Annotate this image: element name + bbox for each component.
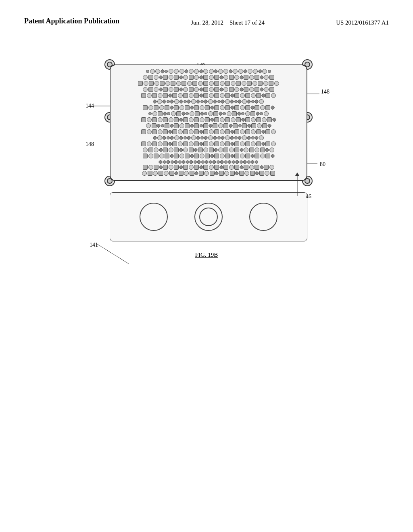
publication-date-sheet: Jun. 28, 2012 Sheet 17 of 24 — [191, 18, 265, 27]
led-grid — [113, 68, 304, 178]
publication-number: US 2012/0161377 A1 — [336, 18, 389, 27]
speaker-panel-wrapper — [110, 192, 307, 241]
speaker-panel — [110, 192, 307, 241]
svg-line-6 — [97, 244, 129, 264]
arrow-141 — [97, 244, 145, 276]
speaker-left — [140, 203, 168, 231]
speaker-center — [194, 203, 223, 231]
svg-marker-8 — [295, 172, 299, 176]
led-panel-border — [110, 64, 307, 181]
label-80: 80 — [320, 161, 325, 168]
label-148-left: 148 — [86, 141, 94, 148]
label-144: 144 — [86, 103, 94, 109]
speaker-right — [249, 203, 277, 231]
figure-wrapper: 148 144 148 148 80 — [81, 64, 332, 258]
led-panel-assembly — [110, 64, 307, 181]
publication-title: Patent Application Publication — [24, 16, 119, 26]
arrow-46 — [285, 172, 309, 196]
main-figure: 148 144 148 148 80 — [0, 64, 413, 258]
page-header: Patent Application Publication Jun. 28, … — [0, 16, 413, 27]
label-148-right: 148 — [321, 89, 330, 95]
